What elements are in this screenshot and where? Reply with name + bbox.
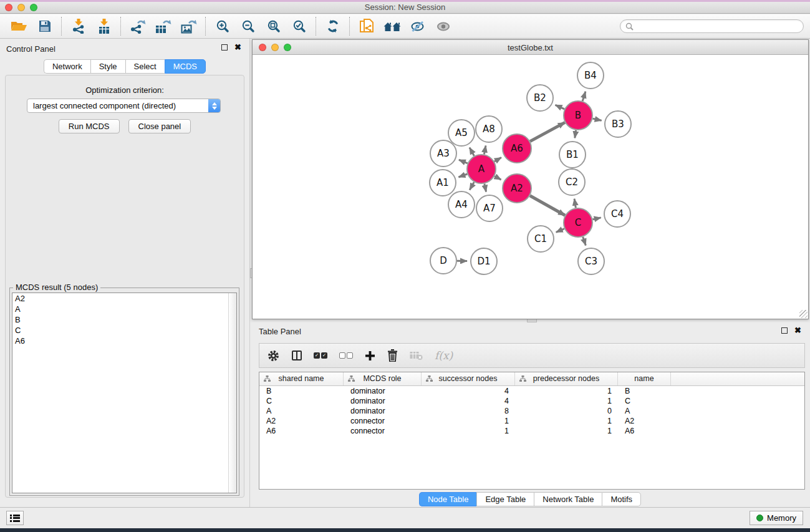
deselect-all-button[interactable] [339,352,353,359]
graph-node-B3[interactable]: B3 [605,111,631,137]
graph-node-A7[interactable]: A7 [476,195,503,221]
float-panel-icon[interactable] [221,44,228,51]
graph-edge-A6-B[interactable] [530,122,565,141]
zoom-in-button[interactable] [210,16,235,37]
add-column-button[interactable] [365,351,375,361]
table-row[interactable]: Cdominator41C [259,396,804,406]
export-network-button[interactable] [125,16,150,37]
graph-edge-C-C4[interactable] [592,218,600,220]
graph-edge-B-B2[interactable] [556,105,565,109]
graph-edge-C-C1[interactable] [556,229,564,233]
frame-resize-grip[interactable] [799,310,808,318]
select-all-button[interactable]: ✓✓ [314,352,327,359]
optimization-dropdown[interactable]: largest connected component (directed) [27,99,221,113]
graph-edge-A-A1[interactable] [458,174,467,177]
table-settings-button[interactable] [267,349,280,362]
graph-node-B[interactable]: B [564,101,592,130]
save-session-button[interactable] [32,16,57,37]
graph-node-A4[interactable]: A4 [448,191,475,218]
column-header-successor-nodes[interactable]: successor nodes [422,372,515,385]
import-network-button[interactable] [65,16,91,37]
column-header-mcds-role[interactable]: MCDS role [344,372,422,385]
function-builder-button[interactable]: f(x) [435,349,453,362]
close-panel-icon[interactable]: ✖ [234,44,241,51]
result-list-item[interactable]: B [12,314,236,325]
close-panel-icon[interactable]: ✖ [794,327,801,334]
tab-network[interactable]: Network [44,59,90,74]
open-session-button[interactable] [6,16,32,37]
graph-node-A[interactable]: A [467,155,496,183]
zoom-out-button[interactable] [235,16,261,37]
duplicate-network-button[interactable] [354,16,379,37]
graph-node-C4[interactable]: C4 [604,201,630,227]
refresh-layout-button[interactable] [320,16,345,37]
show-details-button[interactable] [430,16,456,37]
column-header-predecessor-nodes[interactable]: predecessor nodes [515,372,618,385]
graph-edge-A-A6[interactable] [494,158,501,162]
graph-node-C[interactable]: C [564,208,592,237]
graph-node-D1[interactable]: D1 [471,248,497,274]
graph-edge-A-A7[interactable] [485,184,486,192]
result-list-item[interactable]: C [12,325,236,336]
float-panel-icon[interactable] [781,327,788,334]
graph-node-A6[interactable]: A6 [503,134,531,163]
table-row[interactable]: A2connector11A2 [259,416,804,426]
import-table-button[interactable] [91,16,117,37]
search-input[interactable] [637,22,798,31]
graph-edge-B-B1[interactable] [575,130,576,138]
zoom-selected-button[interactable] [286,16,312,37]
tab-motifs[interactable]: Motifs [602,492,641,506]
graph-edge-C-C2[interactable] [574,199,576,208]
tab-node-table[interactable]: Node Table [419,492,477,506]
graph-edge-A-A8[interactable] [484,146,486,155]
home-button[interactable] [379,16,405,37]
graph-node-A2[interactable]: A2 [503,174,531,203]
graph-node-C2[interactable]: C2 [559,169,585,195]
result-list-item[interactable]: A6 [12,336,236,346]
delete-column-button[interactable] [387,349,398,362]
graph-node-D[interactable]: D [430,248,456,274]
network-canvas[interactable]: AA1A2A3A4A5A6A7A8BB1B2B3B4CC1C2C3C4DD1 [253,56,808,319]
column-header-shared-name[interactable]: shared name [259,372,344,385]
tab-network-table[interactable]: Network Table [534,492,602,506]
graph-edge-C-C3[interactable] [583,237,586,246]
table-row[interactable]: Bdominator41B [259,386,804,396]
result-scrollbar[interactable] [228,293,236,493]
table-row[interactable]: Adominator80A [259,406,804,416]
network-frame-titlebar[interactable]: testGlobe.txt [253,40,808,55]
table-row[interactable]: A6connector11A6 [259,426,804,436]
graph-node-A8[interactable]: A8 [476,116,502,142]
run-mcds-button[interactable]: Run MCDS [59,119,120,133]
export-table-button[interactable] [150,16,176,37]
graph-edge-B-B3[interactable] [592,118,601,120]
graph-node-C3[interactable]: C3 [578,248,604,274]
graph-node-B2[interactable]: B2 [527,85,553,111]
column-header-name[interactable]: name [618,372,671,385]
zoom-fit-button[interactable] [261,16,286,37]
graph-edge-B-B4[interactable] [582,92,586,101]
export-image-button[interactable] [176,16,201,37]
tab-select[interactable]: Select [125,59,165,74]
graph-edge-A-A3[interactable] [459,160,468,163]
result-list-item[interactable]: A2 [12,293,236,304]
result-list-item[interactable]: A [12,304,236,314]
delete-table-button[interactable] [410,351,423,360]
graph-node-A3[interactable]: A3 [430,140,456,167]
graph-edge-A2-C[interactable] [530,196,565,216]
tab-style[interactable]: Style [90,59,125,74]
graph-node-A5[interactable]: A5 [448,120,475,146]
memory-button[interactable]: Memory [750,511,803,525]
show-columns-button[interactable] [292,351,302,360]
graph-edge-A-A2[interactable] [494,176,501,180]
graph-edge-A-A4[interactable] [470,182,474,190]
graph-node-C1[interactable]: C1 [528,226,554,252]
tab-mcds[interactable]: MCDS [165,59,206,74]
tab-edge-table[interactable]: Edge Table [476,492,534,506]
graph-node-B1[interactable]: B1 [559,142,586,168]
task-history-button[interactable] [6,511,24,525]
graph-edge-A-A5[interactable] [470,148,474,156]
graph-node-B4[interactable]: B4 [577,62,604,89]
close-panel-button[interactable]: Close panel [128,119,191,133]
hide-details-button[interactable] [405,16,430,37]
graph-node-A1[interactable]: A1 [430,170,456,196]
